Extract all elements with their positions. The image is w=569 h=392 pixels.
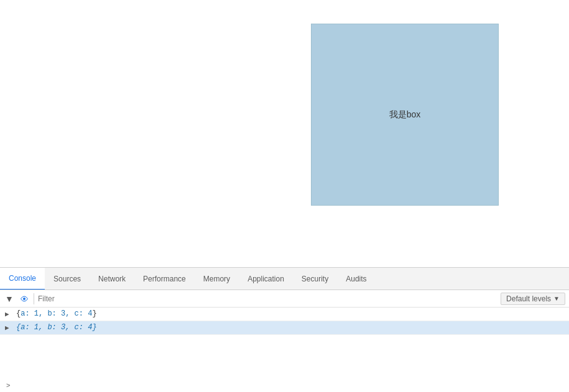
console-row-1-content: {a: 1, b: 3, c: 4} — [16, 309, 97, 318]
tab-security[interactable]: Security — [293, 268, 337, 290]
tab-network[interactable]: Network — [90, 268, 134, 290]
chevron-down-icon[interactable]: ▼ — [4, 293, 15, 304]
tab-performance[interactable]: Performance — [134, 268, 195, 290]
tab-console[interactable]: Console — [0, 268, 45, 290]
console-prompt-input[interactable] — [12, 381, 565, 390]
tab-console-label: Console — [9, 274, 36, 283]
expand-arrow-1[interactable] — [5, 310, 9, 318]
console-row-1[interactable]: {a: 1, b: 3, c: 4} — [0, 308, 569, 321]
tab-security-label: Security — [302, 275, 328, 283]
console-prompt-arrow: > — [6, 381, 10, 389]
tab-application[interactable]: Application — [239, 268, 293, 290]
console-toolbar: ▼ Default levels ▼ — [0, 290, 569, 308]
tab-audits[interactable]: Audits — [337, 268, 375, 290]
tab-sources-label: Sources — [53, 275, 81, 283]
console-row-2-content: {a: 1, b: 3, c: 4} — [16, 323, 97, 332]
console-row-2[interactable]: {a: 1, b: 3, c: 4} — [0, 321, 569, 335]
blue-box: 我是box — [311, 24, 499, 206]
eye-icon[interactable] — [19, 293, 30, 304]
tab-performance-label: Performance — [143, 275, 186, 283]
toolbar-divider — [34, 293, 34, 304]
console-output: {a: 1, b: 3, c: 4} {a: 1, b: 3, c: 4} — [0, 308, 569, 378]
tab-application-label: Application — [247, 275, 284, 283]
tab-audits-label: Audits — [346, 275, 366, 283]
tab-memory-label: Memory — [203, 275, 230, 283]
tab-memory[interactable]: Memory — [195, 268, 239, 290]
levels-dropdown[interactable]: Default levels ▼ — [501, 293, 565, 305]
tab-sources[interactable]: Sources — [45, 268, 90, 290]
expand-arrow-2[interactable] — [5, 324, 9, 332]
svg-point-0 — [23, 298, 25, 300]
levels-label: Default levels — [506, 294, 551, 303]
devtools-tabs-bar: Console Sources Network Performance Memo… — [0, 268, 569, 290]
console-prompt-row: > — [0, 378, 569, 392]
blue-box-label: 我是box — [389, 109, 421, 121]
devtools-panel: Console Sources Network Performance Memo… — [0, 267, 569, 392]
chevron-down-icon: ▼ — [553, 295, 560, 302]
tab-network-label: Network — [98, 275, 126, 283]
main-page-area: 我是box — [0, 0, 569, 267]
filter-input[interactable] — [38, 293, 287, 305]
